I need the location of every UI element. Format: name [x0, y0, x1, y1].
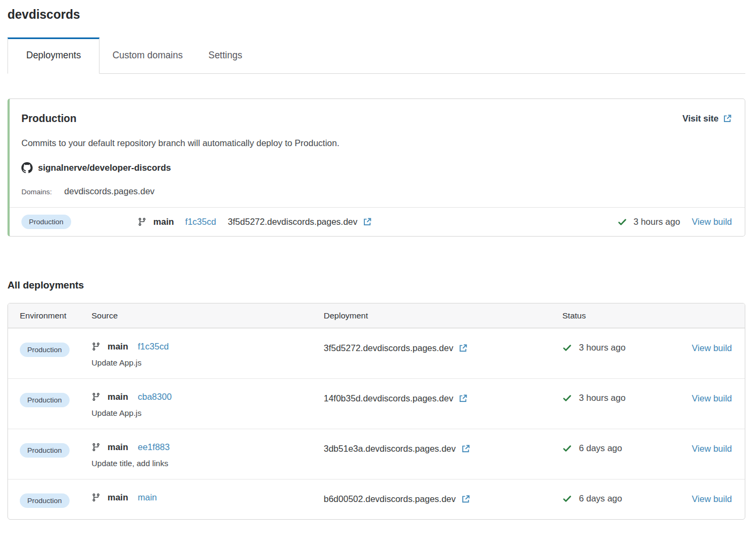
check-icon: [562, 444, 572, 453]
commit-message: Update App.js: [91, 408, 324, 417]
domains-line: Domains: devdiscords.pages.dev: [21, 186, 732, 196]
production-card-title: Production: [21, 112, 77, 125]
deployment-url: 3f5d5272.devdiscords.pages.dev: [324, 343, 453, 353]
check-icon: [562, 393, 572, 403]
status-time: 3 hours ago: [633, 217, 680, 227]
table-row: Production main f1c35cd Update App.js 3f…: [8, 328, 745, 378]
column-header-deployment: Deployment: [324, 303, 562, 328]
deployment-url: 3f5d5272.devdiscords.pages.dev: [228, 217, 357, 227]
production-card: Production Visit site Commits to your de…: [7, 98, 745, 237]
environment-badge: Production: [20, 443, 70, 458]
tab-custom-domains[interactable]: Custom domains: [100, 37, 195, 73]
external-link-icon: [723, 114, 732, 123]
repo-name: signalnerve/developer-discords: [38, 163, 171, 173]
check-icon: [562, 494, 572, 504]
commit-link[interactable]: cba8300: [138, 392, 172, 402]
domains-value: devdiscords.pages.dev: [64, 186, 155, 196]
production-description: Commits to your default repository branc…: [21, 138, 732, 148]
view-build-link[interactable]: View build: [692, 444, 732, 453]
status-time: 6 days ago: [579, 443, 622, 453]
commit-link[interactable]: f1c35cd: [138, 341, 169, 352]
branch-name: main: [108, 492, 128, 503]
column-header-environment: Environment: [20, 303, 91, 328]
environment-badge: Production: [20, 343, 70, 357]
external-link-icon[interactable]: [363, 217, 372, 226]
tab-deployments[interactable]: Deployments: [7, 37, 100, 74]
all-deployments-heading: All deployments: [7, 279, 745, 291]
production-deployment-row: Production main f1c35cd 3f5d5272.devdisc…: [10, 207, 745, 236]
table-row: Production main main b6d00502.devdiscord…: [8, 479, 745, 519]
deployments-table: Environment Source Deployment Status Pro…: [7, 303, 745, 520]
column-header-status: Status: [562, 303, 679, 328]
check-icon: [617, 217, 627, 227]
table-row: Production main cba8300 Update App.js 14…: [8, 378, 745, 429]
tab-bar: Deployments Custom domains Settings: [7, 37, 745, 74]
table-row: Production main ee1f883 Update title, ad…: [8, 429, 745, 479]
branch-name: main: [108, 442, 128, 452]
branch-name: main: [108, 392, 128, 402]
environment-badge: Production: [21, 215, 71, 229]
external-link-icon[interactable]: [459, 394, 468, 403]
page-container: devdiscords Deployments Custom domains S…: [0, 0, 756, 525]
external-link-icon[interactable]: [461, 444, 470, 453]
status-time: 6 days ago: [579, 493, 622, 504]
visit-site-link[interactable]: Visit site: [682, 113, 732, 124]
visit-site-label: Visit site: [682, 113, 719, 124]
domains-label: Domains:: [21, 188, 52, 196]
deployment-url: b6d00502.devdiscords.pages.dev: [324, 494, 456, 504]
table-header-row: Environment Source Deployment Status: [8, 303, 745, 328]
view-build-link[interactable]: View build: [692, 393, 732, 403]
column-header-action: [679, 303, 745, 328]
status-time: 3 hours ago: [579, 393, 625, 403]
column-header-source: Source: [91, 303, 324, 328]
commit-message: Update App.js: [91, 358, 324, 367]
branch-name: main: [108, 341, 128, 352]
commit-message: Update title, add links: [91, 459, 324, 468]
git-branch-icon: [91, 392, 101, 401]
deployment-url: 14f0b35d.devdiscords.pages.dev: [324, 393, 453, 404]
environment-badge: Production: [20, 493, 70, 508]
branch-name: main: [154, 217, 174, 227]
view-build-link[interactable]: View build: [692, 217, 732, 227]
status-time: 3 hours ago: [579, 343, 625, 353]
commit-link[interactable]: main: [138, 492, 157, 503]
check-icon: [562, 343, 572, 353]
view-build-link[interactable]: View build: [692, 343, 732, 353]
environment-badge: Production: [20, 393, 70, 407]
deployment-url: 3db51e3a.devdiscords.pages.dev: [324, 444, 456, 454]
commit-link[interactable]: ee1f883: [138, 442, 170, 452]
external-link-icon[interactable]: [461, 495, 470, 504]
repo-link[interactable]: signalnerve/developer-discords: [21, 162, 732, 173]
github-icon: [21, 162, 33, 173]
view-build-link[interactable]: View build: [692, 494, 732, 504]
git-branch-icon: [138, 217, 147, 226]
tab-settings[interactable]: Settings: [195, 37, 255, 73]
git-branch-icon: [91, 342, 101, 351]
git-branch-icon: [91, 443, 101, 452]
commit-link[interactable]: f1c35cd: [185, 217, 216, 227]
git-branch-icon: [91, 493, 101, 502]
page-title: devdiscords: [7, 5, 745, 22]
external-link-icon[interactable]: [459, 344, 468, 353]
